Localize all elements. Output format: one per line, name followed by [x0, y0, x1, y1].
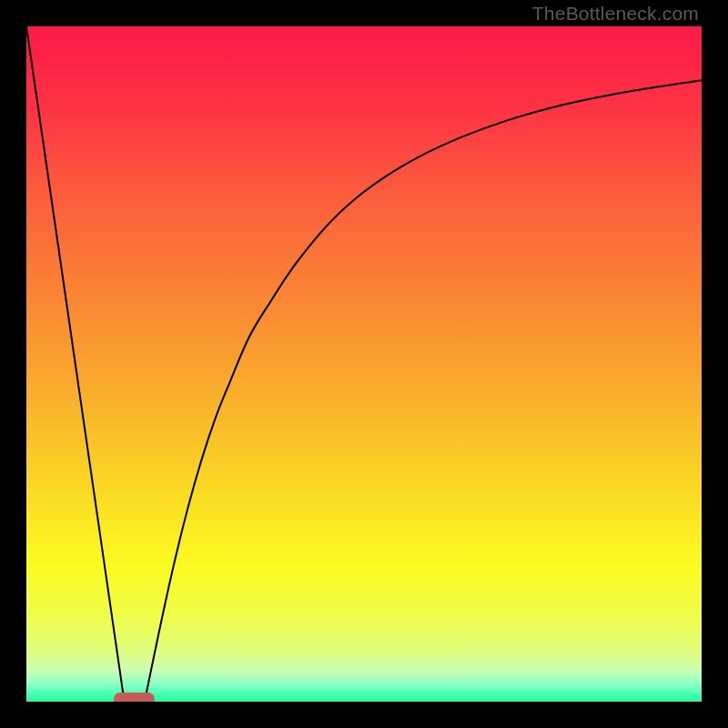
watermark-text: TheBottleneck.com [532, 3, 699, 25]
left-line [26, 26, 125, 702]
chart-frame: TheBottleneck.com [0, 0, 728, 728]
plot-area [26, 26, 702, 702]
curve-layer [26, 26, 702, 702]
optimal-zone-marker [114, 693, 155, 702]
right-curve [145, 80, 702, 702]
